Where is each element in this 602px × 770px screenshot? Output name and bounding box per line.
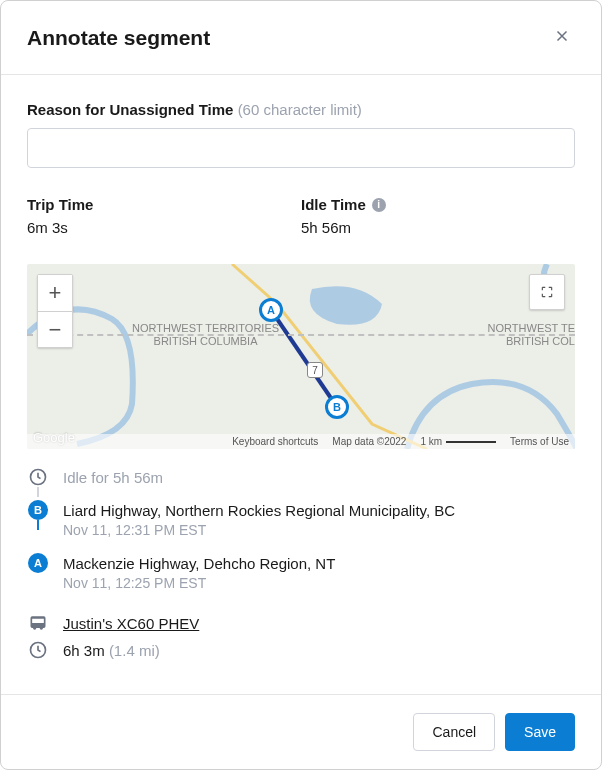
- map-region-label-2: NORTHWEST TEBRITISH COL: [488, 322, 575, 348]
- info-icon[interactable]: i: [372, 198, 386, 212]
- map-container[interactable]: NORTHWEST TERRITORIESBRITISH COLUMBIA NO…: [27, 264, 575, 449]
- stop-a-location: Mackenzie Highway, Dehcho Region, NT: [63, 553, 335, 574]
- idle-time-label: Idle Time i: [301, 196, 575, 213]
- annotate-segment-modal: Annotate segment Reason for Unassigned T…: [0, 0, 602, 770]
- timeline-idle-text: Idle for 5h 56m: [63, 467, 163, 488]
- trip-distance-value: (1.4 mi): [109, 642, 160, 659]
- minus-icon: −: [49, 317, 62, 343]
- map-scale: 1 km: [420, 436, 496, 447]
- trip-time-label: Trip Time: [27, 196, 301, 213]
- map-marker-b[interactable]: B: [325, 395, 349, 419]
- modal-title: Annotate segment: [27, 26, 210, 50]
- modal-footer: Cancel Save: [1, 694, 601, 769]
- idle-time-label-text: Idle Time: [301, 196, 366, 213]
- modal-body: Reason for Unassigned Time (60 character…: [1, 75, 601, 694]
- cancel-button[interactable]: Cancel: [413, 713, 495, 751]
- idle-time-stat: Idle Time i 5h 56m: [301, 196, 575, 236]
- stop-b-location: Liard Highway, Northern Rockies Regional…: [63, 500, 455, 521]
- close-icon: [553, 27, 571, 45]
- map-data-copyright: Map data ©2022: [332, 436, 406, 447]
- stats-row: Trip Time 6m 3s Idle Time i 5h 56m: [27, 196, 575, 236]
- marker-a-badge: A: [28, 553, 48, 573]
- zoom-in-button[interactable]: +: [38, 275, 72, 311]
- idle-time-value: 5h 56m: [301, 219, 575, 236]
- map-keyboard-shortcuts[interactable]: Keyboard shortcuts: [232, 436, 318, 447]
- reason-label: Reason for Unassigned Time (60 character…: [27, 101, 575, 118]
- fullscreen-button[interactable]: [529, 274, 565, 310]
- trip-timeline: Idle for 5h 56m B Liard Highway, Norther…: [27, 465, 575, 661]
- trip-duration-value: 6h 3m: [63, 642, 105, 659]
- reason-label-text: Reason for Unassigned Time: [27, 101, 233, 118]
- stop-a-time: Nov 11, 12:25 PM EST: [63, 574, 335, 594]
- bus-icon: [28, 613, 48, 633]
- map-region-label-1: NORTHWEST TERRITORIESBRITISH COLUMBIA: [132, 322, 279, 348]
- zoom-out-button[interactable]: −: [38, 311, 72, 347]
- map-zoom-control: + −: [37, 274, 73, 348]
- fullscreen-icon: [540, 285, 554, 299]
- trip-time-stat: Trip Time 6m 3s: [27, 196, 301, 236]
- timeline-vehicle-row: Justin's XC60 PHEV: [27, 611, 575, 638]
- clock-icon: [28, 640, 48, 660]
- vehicle-link[interactable]: Justin's XC60 PHEV: [63, 615, 199, 632]
- timeline-duration-row: 6h 3m (1.4 mi): [27, 638, 575, 661]
- map-bg: [27, 264, 575, 449]
- route-shield: 7: [307, 362, 323, 378]
- clock-icon: [28, 467, 48, 487]
- trip-duration: 6h 3m (1.4 mi): [63, 640, 160, 661]
- timeline-idle-row: Idle for 5h 56m: [27, 465, 575, 498]
- reason-input[interactable]: [27, 128, 575, 168]
- map-attribution: Keyboard shortcuts Map data ©2022 1 km T…: [27, 434, 575, 449]
- timeline-stop-b: B Liard Highway, Northern Rockies Region…: [27, 498, 575, 551]
- save-button[interactable]: Save: [505, 713, 575, 751]
- map-marker-a[interactable]: A: [259, 298, 283, 322]
- modal-header: Annotate segment: [1, 1, 601, 75]
- map-terms[interactable]: Terms of Use: [510, 436, 569, 447]
- stop-b-time: Nov 11, 12:31 PM EST: [63, 521, 455, 541]
- reason-limit-text: (60 character limit): [238, 101, 362, 118]
- plus-icon: +: [49, 280, 62, 306]
- timeline-stop-a: A Mackenzie Highway, Dehcho Region, NT N…: [27, 551, 575, 604]
- marker-b-badge: B: [28, 500, 48, 520]
- close-button[interactable]: [549, 23, 575, 52]
- trip-time-value: 6m 3s: [27, 219, 301, 236]
- svg-line-0: [271, 310, 337, 407]
